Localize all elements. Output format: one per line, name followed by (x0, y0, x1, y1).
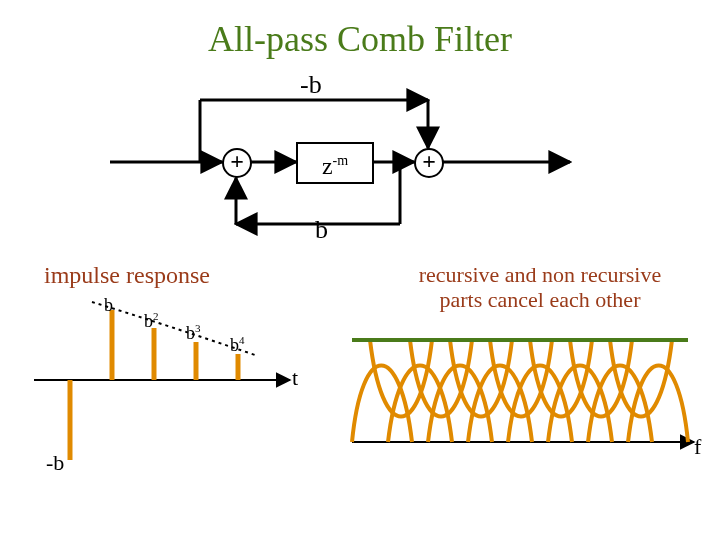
feedback-gain-label: b (315, 215, 328, 245)
delay-base: z (322, 153, 333, 179)
feedforward-gain-label: -b (300, 70, 322, 100)
freq-caption: recursive and non recursive parts cancel… (390, 262, 690, 313)
sum-node-output: + (414, 148, 444, 178)
impulse-label-b2: b2 (144, 310, 159, 332)
time-axis-label: t (292, 365, 298, 391)
impulse-label-b4: b4 (230, 334, 245, 356)
freq-caption-line1: recursive and non recursive (419, 262, 662, 287)
delay-block: z-m (296, 142, 374, 184)
impulse-label-b: b (104, 294, 113, 316)
impulse-response-title: impulse response (44, 262, 210, 289)
freq-axis-label: f (694, 434, 701, 460)
delay-exp: -m (333, 153, 349, 168)
page-title: All-pass Comb Filter (0, 18, 720, 60)
neg-b-label: -b (46, 450, 64, 476)
sum-node-input: + (222, 148, 252, 178)
impulse-label-b3: b3 (186, 322, 201, 344)
freq-caption-line2: parts cancel each other (440, 287, 641, 312)
